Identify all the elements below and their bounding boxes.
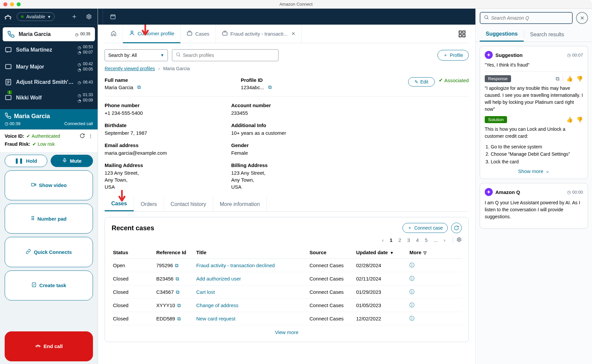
agent-status-dropdown[interactable]: Available ▾ xyxy=(17,12,55,21)
amazon-q-search[interactable] xyxy=(480,12,573,24)
copy-icon[interactable]: ⧉ xyxy=(175,263,179,268)
cases-pager: ‹ 1 2 3 4 5 ... › xyxy=(112,237,462,244)
copy-icon[interactable]: ⧉ xyxy=(177,302,181,308)
add-icon[interactable] xyxy=(69,11,80,22)
copy-icon[interactable]: ⧉ xyxy=(176,276,179,281)
minimize-window[interactable] xyxy=(10,2,14,6)
svg-rect-10 xyxy=(187,32,192,35)
case-link[interactable]: Change of address xyxy=(196,302,239,308)
pencil-icon: ✎ xyxy=(414,79,418,85)
copy-icon[interactable]: ⧉ xyxy=(177,316,181,321)
main-topbar xyxy=(98,9,475,25)
end-call-button[interactable]: End call xyxy=(5,331,93,361)
mute-button[interactable]: Mute xyxy=(51,155,93,167)
info-icon[interactable]: ⓘ xyxy=(409,302,414,308)
thumbs-up-icon[interactable]: 👍 xyxy=(566,76,573,82)
pager-next[interactable]: › xyxy=(442,237,447,244)
active-call-panel: Maria Garcia ◷ 00:39 Connected call xyxy=(0,109,98,129)
search-profiles-input[interactable] xyxy=(172,49,279,61)
info-icon[interactable]: ⓘ xyxy=(409,262,414,268)
show-video-button[interactable]: Show video xyxy=(5,170,93,200)
subtab-cases[interactable]: Cases xyxy=(105,197,134,211)
copy-icon[interactable]: ⧉ xyxy=(556,76,559,82)
svg-point-16 xyxy=(177,53,180,56)
thumbs-down-icon[interactable]: 👎 xyxy=(576,76,583,82)
q-tab-search-results[interactable]: Search results xyxy=(524,27,570,42)
settings-gear-icon[interactable] xyxy=(84,11,94,22)
table-row[interactable]: Closed XYYY10⧉ Change of address Connect… xyxy=(112,299,462,312)
case-link[interactable]: Fraud activity - transaction declined xyxy=(196,263,275,268)
clock-icon: ◷ xyxy=(567,53,571,58)
subtab-contact-history[interactable]: Contact history xyxy=(164,197,213,211)
close-panel-button[interactable]: ✕ xyxy=(576,12,588,24)
profile-id-label: Profile ID xyxy=(241,77,272,83)
pager-page[interactable]: 1 xyxy=(388,237,394,244)
pager-page[interactable]: 2 xyxy=(397,237,402,244)
case-link[interactable]: Add authorized user xyxy=(196,276,241,281)
maximize-window[interactable] xyxy=(17,2,21,6)
check-circle-icon: ✔ xyxy=(439,77,443,83)
apps-grid-icon[interactable] xyxy=(458,30,466,38)
col-updated[interactable]: Updated date▼ xyxy=(356,250,409,255)
tab-home[interactable] xyxy=(105,25,123,43)
copy-icon[interactable]: ⧉ xyxy=(268,84,272,90)
pager-prev[interactable]: ‹ xyxy=(381,237,385,244)
view-more-cases-link[interactable]: View more xyxy=(112,325,462,336)
close-tab-icon[interactable]: × xyxy=(292,30,295,37)
tab-cases[interactable]: Cases xyxy=(181,25,216,43)
number-pad-button[interactable]: ⠿ Number pad xyxy=(5,204,93,234)
chat-icon xyxy=(5,46,12,54)
connect-logo-icon xyxy=(3,12,13,21)
thumbs-up-icon[interactable]: 👍 xyxy=(566,116,573,123)
svg-point-18 xyxy=(485,16,488,19)
info-icon[interactable]: ⓘ xyxy=(409,275,414,281)
edit-profile-button[interactable]: ✎ Edit xyxy=(408,77,435,87)
traffic-lights xyxy=(3,2,21,6)
hold-button[interactable]: ❚❚ Hold xyxy=(5,155,47,167)
table-row[interactable]: Open 795296⧉ Fraud activity - transactio… xyxy=(112,259,462,272)
chevron-down-icon: ⌄ xyxy=(545,168,550,174)
contact-item-3[interactable]: Adjust Ricard Smith's p... ◷06:43 xyxy=(0,75,98,89)
show-more-button[interactable]: Show more ⌄ xyxy=(485,165,583,174)
q-tab-suggestions[interactable]: Suggestions xyxy=(480,27,524,42)
breadcrumb-current: Maria Garcia xyxy=(163,66,190,71)
contact-item-2[interactable]: Mary Major ◷00:42 ◔00:05 xyxy=(0,58,98,75)
case-link[interactable]: New card request xyxy=(196,316,236,321)
col-more[interactable]: More▽ xyxy=(409,250,436,255)
svg-point-17 xyxy=(458,239,460,240)
pager-page[interactable]: 4 xyxy=(415,237,420,244)
close-window[interactable] xyxy=(3,2,7,6)
create-task-button[interactable]: Create task xyxy=(5,271,93,300)
tab-fraud-activity[interactable]: Fraud activity - transacti... × xyxy=(216,25,301,43)
more-vertical-icon[interactable]: ⋮ xyxy=(88,133,93,139)
refresh-icon[interactable] xyxy=(80,133,85,139)
pager-page[interactable]: 3 xyxy=(406,237,411,244)
quick-connects-button[interactable]: Quick Connects xyxy=(5,237,93,267)
subtab-orders[interactable]: Orders xyxy=(134,197,164,211)
add-profile-button[interactable]: ＋ Profile xyxy=(437,50,469,61)
copy-icon[interactable]: ⧉ xyxy=(176,289,180,295)
table-row[interactable]: Closed C34567⧉ Cart lost Connect Cases 0… xyxy=(112,285,462,299)
connect-case-button[interactable]: ＋ Connect case xyxy=(402,223,448,233)
table-row[interactable]: Closed B23456⧉ Add authorized user Conne… xyxy=(112,272,462,285)
info-icon[interactable]: ⓘ xyxy=(409,289,414,294)
chevron-down-icon: ▼ xyxy=(160,53,164,58)
contact-item-0[interactable]: Maria Garcia ◷00:39 xyxy=(3,27,95,41)
contact-item-4[interactable]: 1 Nikki Wolf ◷01:33 ◔00:09 xyxy=(0,89,98,106)
pager-page[interactable]: 5 xyxy=(423,237,429,244)
tab-customer-profile[interactable]: Customer profile xyxy=(123,25,181,43)
phone-icon xyxy=(7,31,15,38)
search-by-dropdown[interactable]: Search by: All ▼ xyxy=(105,49,168,61)
info-icon[interactable]: ⓘ xyxy=(409,315,414,321)
breadcrumb-link[interactable]: Recently viewed profiles xyxy=(105,66,155,71)
refresh-cases-button[interactable] xyxy=(451,223,462,233)
table-row[interactable]: Closed EDD589⧉ New card request Connect … xyxy=(112,312,462,325)
contact-item-1[interactable]: Sofía Martínez ◷00:53 ◔00:07 xyxy=(0,41,98,58)
calendar-icon[interactable] xyxy=(108,11,118,22)
subtab-more-info[interactable]: More information xyxy=(213,197,267,211)
case-link[interactable]: Cart lost xyxy=(196,289,215,295)
briefcase-icon xyxy=(222,30,228,37)
copy-icon[interactable]: ⧉ xyxy=(137,84,141,90)
table-settings-icon[interactable] xyxy=(453,237,462,243)
thumbs-down-icon[interactable]: 👎 xyxy=(576,116,583,123)
